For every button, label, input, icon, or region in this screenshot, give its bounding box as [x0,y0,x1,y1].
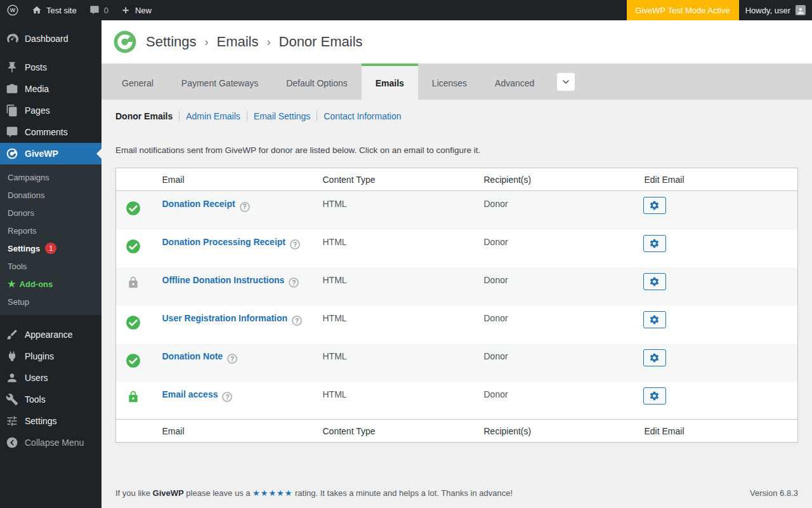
admin-bar-right: GiveWP Test Mode Active Howdy, user [627,0,812,20]
breadcrumb-settings[interactable]: Settings [146,34,197,50]
email-link[interactable]: Donation Processing Receipt [162,237,285,247]
email-link[interactable]: Donation Receipt [162,199,235,209]
edit-email-button[interactable] [643,349,666,366]
content-type-cell: HTML [311,191,473,229]
rating-text-mid: please leave us a [186,488,250,498]
submenu-item-tools[interactable]: Tools [0,257,102,275]
sidebar-item-tools[interactable]: Tools [0,389,102,410]
page-description: Email notifications sent from GiveWP for… [115,145,798,155]
givewp-test-mode-badge[interactable]: GiveWP Test Mode Active [627,0,739,20]
version-label: Version 6.8.3 [750,488,798,498]
collapse-arrow-icon [6,436,18,449]
sidebar-item-users[interactable]: Users [0,367,102,389]
subnav-contact-information[interactable]: Contact Information [324,111,401,121]
tab-advanced[interactable]: Advanced [481,64,548,100]
help-icon[interactable]: ? [240,202,250,212]
site-menu[interactable]: Test site [25,0,83,20]
sidebar-item-givewp[interactable]: GiveWP [0,143,102,164]
submenu-item-setup[interactable]: Setup [0,293,102,311]
tab-general[interactable]: General [108,64,167,100]
tab-payment-gateways[interactable]: Payment Gateways [167,64,272,100]
help-icon[interactable]: ? [222,392,232,402]
submenu-label: Setup [8,297,29,307]
sidebar-item-settings[interactable]: Settings [0,410,102,432]
sidebar-item-appearance[interactable]: Appearance [0,324,102,345]
email-column-header: Email [151,168,311,191]
collapse-menu-button[interactable]: Collapse Menu [0,432,102,453]
submenu-item-addons[interactable]: ★ Add-ons [0,275,102,293]
submenu-item-reports[interactable]: Reports [0,222,102,239]
help-icon[interactable]: ? [227,354,237,364]
breadcrumb-donor-emails: Donor Emails [279,34,363,50]
home-icon [32,5,42,15]
email-link[interactable]: User Registration Information [162,313,288,323]
rating-stars-link[interactable]: ★★★★★ [252,488,292,498]
edit-email-button[interactable] [643,273,666,290]
account-menu[interactable]: Howdy, user [739,5,812,15]
submenu-item-settings[interactable]: Settings 1 [0,239,102,257]
content-type-column-footer: Content Type [311,420,473,443]
help-icon[interactable]: ? [292,316,302,326]
subnav-divider [179,111,180,121]
help-icon[interactable]: ? [289,277,299,288]
table-footer-row: Email Content Type Recipient(s) Edit Ema… [116,420,798,443]
submenu-item-donations[interactable]: Donations [0,186,102,204]
sidebar-item-media[interactable]: Media [0,78,102,100]
breadcrumb-emails[interactable]: Emails [217,34,259,50]
tab-default-options[interactable]: Default Options [272,64,362,100]
email-cell: Donation Receipt? [151,191,311,229]
submenu-item-donors[interactable]: Donors [0,204,102,222]
edit-cell [633,229,798,267]
subnav-divider [317,111,317,121]
comments-menu[interactable]: 0 [83,0,115,20]
table-row: Email access? HTML Donor [116,382,798,420]
breadcrumb-separator: › [205,36,209,49]
enabled-check-icon [125,314,141,331]
wrench-icon [6,393,18,406]
new-menu[interactable]: New [115,0,158,20]
edit-email-button[interactable] [643,387,666,404]
gear-icon [649,200,660,211]
table-row: Donation Processing Receipt? HTML Donor [116,229,798,267]
tab-licenses[interactable]: Licenses [418,64,481,100]
wordpress-logo-menu[interactable]: W [0,0,25,20]
submenu-item-campaigns[interactable]: Campaigns [0,168,102,186]
sidebar-separator [0,315,102,324]
sidebar-item-dashboard[interactable]: Dashboard [0,28,102,50]
tab-emails[interactable]: Emails [362,64,418,100]
table-header-row: Email Content Type Recipient(s) Edit Ema… [116,168,798,191]
sidebar-item-label: Users [25,373,48,383]
help-icon[interactable]: ? [290,239,300,250]
edit-email-column-header: Edit Email [633,168,798,191]
sidebar-item-label: Settings [25,416,57,426]
sidebar-item-label: Posts [25,62,47,72]
status-cell [116,229,151,267]
comment-bubble-icon [89,5,100,15]
settings-tab-bar: General Payment Gateways Default Options… [102,64,812,100]
gear-icon [649,391,660,401]
subnav-email-settings[interactable]: Email Settings [254,111,310,121]
edit-email-button[interactable] [643,311,666,328]
edit-email-button[interactable] [643,197,666,214]
subnav-donor-emails[interactable]: Donor Emails [115,111,173,121]
sidebar-item-comments[interactable]: Comments [0,121,102,143]
email-cell: Donation Note? [151,344,311,382]
givewp-logo-icon [113,30,137,54]
plus-icon [121,6,131,15]
edit-cell [633,191,798,229]
email-link[interactable]: Offline Donation Instructions [162,275,285,285]
admin-sidebar: Dashboard Posts Media Pages Comments Giv… [0,20,102,508]
sidebar-item-posts[interactable]: Posts [0,57,102,78]
edit-email-button[interactable] [643,235,666,252]
email-link[interactable]: Donation Note [162,351,223,361]
table-row: Offline Donation Instructions? HTML Dono… [116,267,798,305]
email-link[interactable]: Email access [162,389,218,399]
gear-icon [649,352,660,363]
submenu-label: Campaigns [8,173,49,182]
sidebar-item-pages[interactable]: Pages [0,100,102,121]
givewp-icon [6,147,18,160]
more-tabs-button[interactable] [557,73,575,91]
sidebar-item-plugins[interactable]: Plugins [0,345,102,367]
subnav-admin-emails[interactable]: Admin Emails [186,111,240,121]
content-type-column-header: Content Type [311,168,473,191]
